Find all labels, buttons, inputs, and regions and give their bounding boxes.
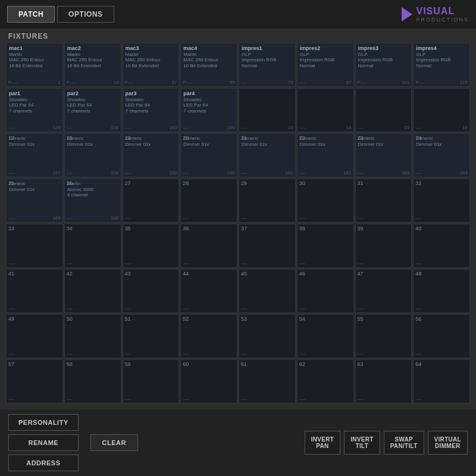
fixture-cell[interactable]: par4ShowtecLED Par 647 channels----150 [180, 88, 237, 132]
fixture-cell[interactable]: 29---- [239, 178, 296, 223]
fixture-status: ---- [125, 215, 131, 221]
fixture-cell[interactable]: GenericDimmer 01x19----159 [123, 133, 180, 177]
fixture-status: ---- [358, 170, 364, 176]
fixture-cell[interactable]: impres3GLPImpression RGBNormalP----101 [355, 43, 412, 87]
fixture-cell[interactable]: mac2MartinMAC 250 Entour16 Bit ExtendedP… [64, 43, 121, 87]
fixture-cell[interactable]: par3ShowtecLED Par 647 channels----143 [123, 88, 180, 132]
fixture-status: ---- [299, 261, 306, 266]
fixture-cell[interactable]: 42---- [64, 269, 121, 313]
swap-pan-tilt-button[interactable]: SWAP PAN/TILT [384, 431, 424, 455]
fixture-cell[interactable]: 33---- [6, 224, 63, 268]
fixture-cell[interactable]: mac3MartinMAC 250 Entour16 Bit ExtendedP… [123, 43, 180, 87]
fixture-cell[interactable]: 43---- [123, 269, 180, 313]
fixture-cell[interactable]: 37---- [239, 224, 296, 268]
header: PATCH OPTIONS VISUAL PRODUCTIONS [0, 0, 476, 29]
fixture-cell[interactable]: 34---- [64, 224, 121, 268]
fixture-cell[interactable]: impres1GLPImpression RGBNormal----73 [239, 43, 296, 87]
fixture-cell[interactable]: 48---- [413, 269, 470, 313]
fixture-cell[interactable]: 30---- [297, 178, 354, 223]
fixture-cell[interactable]: GenericDimmer 01x21----161 [239, 133, 296, 177]
fixture-cell[interactable]: GenericDimmer 01x20----160 [180, 133, 237, 177]
fixture-number: 136 [111, 125, 118, 130]
fixture-status: ---- [8, 215, 15, 221]
fixture-cell[interactable]: 32---- [413, 178, 470, 223]
fixture-cell[interactable]: GenericDimmer 01x24----164 [413, 133, 470, 177]
fixtures-grid-container: mac1MartinMAC 250 Entour16 Bit ExtendedP… [0, 43, 476, 409]
fixture-cell[interactable]: 40---- [413, 224, 470, 268]
fixture-cell[interactable]: 47---- [355, 269, 412, 313]
fixture-cell[interactable]: 49---- [6, 314, 63, 358]
fixture-cell[interactable]: impres2GLPImpression RGBNormal----87 [297, 43, 354, 87]
fixture-cell[interactable]: 28---- [180, 178, 237, 223]
fixture-number: 55 [230, 80, 235, 85]
fixture-status: ---- [415, 261, 422, 266]
fixture-cell[interactable]: 27---- [123, 178, 180, 223]
fixture-cell[interactable]: GenericDimmer 01x25----165 [6, 178, 63, 223]
fixture-cell[interactable]: par1ShowtecLED Par 647 channels----129 [6, 88, 63, 132]
fixture-status: ---- [415, 125, 422, 130]
fixture-cell[interactable]: 64---- [413, 359, 470, 403]
fixture-cell[interactable]: 58---- [64, 359, 121, 403]
fixture-cell[interactable]: 59---- [123, 359, 180, 403]
fixture-cell[interactable]: 60---- [180, 359, 237, 403]
fixture-cell[interactable]: ----15 [355, 88, 412, 132]
fixture-cell[interactable]: mac4MartinMAC 250 Entour16 Bit ExtendedP… [180, 43, 237, 87]
fixture-status: ---- [415, 396, 422, 402]
fixture-cell[interactable]: GenericDimmer 01x17----157 [6, 133, 63, 177]
fixture-cell[interactable]: 52---- [180, 314, 237, 358]
fixture-cell[interactable]: 56---- [413, 314, 470, 358]
fixture-status: ---- [299, 170, 306, 176]
fixture-cell[interactable]: 62---- [297, 359, 354, 403]
fixture-cell[interactable]: 46---- [297, 269, 354, 313]
fixture-status: ---- [358, 261, 364, 266]
fixture-status: ---- [299, 306, 306, 311]
fixture-cell[interactable]: 54---- [297, 314, 354, 358]
fixture-cell[interactable]: GenericDimmer 01x23----163 [355, 133, 412, 177]
fixture-cell[interactable]: 53---- [239, 314, 296, 358]
fixture-cell[interactable]: MartinAtomic 30003 channel26----186 [64, 178, 121, 223]
clear-button[interactable]: CLEAR [90, 434, 138, 451]
fixture-cell[interactable]: 55---- [355, 314, 412, 358]
fixture-cell[interactable]: 50---- [64, 314, 121, 358]
fixture-status: ---- [415, 351, 422, 356]
tab-options[interactable]: OPTIONS [57, 6, 114, 23]
fixture-cell[interactable]: ----14 [297, 88, 354, 132]
tab-patch[interactable]: PATCH [7, 6, 55, 23]
fixture-status: ---- [125, 170, 131, 176]
address-button[interactable]: ADDRESS [8, 455, 79, 471]
invert-tilt-button[interactable]: INVERT TILT [344, 431, 380, 455]
fixture-cell[interactable]: 63---- [355, 359, 412, 403]
fixture-status: ---- [8, 351, 15, 356]
fixture-cell[interactable]: 36---- [180, 224, 237, 268]
invert-pan-button[interactable]: INVERT PAN [305, 431, 340, 455]
fixture-cell[interactable]: 39---- [355, 224, 412, 268]
fixture-cell[interactable]: ----13 [239, 88, 296, 132]
fixture-status: ---- [299, 396, 306, 402]
fixture-cell[interactable]: 38---- [297, 224, 354, 268]
footer-middle: CLEAR [90, 434, 138, 451]
fixture-cell[interactable]: par2ShowtecLED Par 647 channels----136 [64, 88, 121, 132]
fixture-cell[interactable]: 31---- [355, 178, 412, 223]
app-container: PATCH OPTIONS VISUAL PRODUCTIONS FIXTURE… [0, 0, 476, 476]
fixture-cell[interactable]: impres4GLPImpression RGBNormalP----115 [413, 43, 470, 87]
fixture-cell[interactable]: 45---- [239, 269, 296, 313]
fixture-status: ---- [183, 170, 189, 176]
fixture-cell[interactable]: 51---- [123, 314, 180, 358]
fixture-cell[interactable]: 57---- [6, 359, 63, 403]
fixture-cell[interactable]: GenericDimmer 01x22----162 [297, 133, 354, 177]
fixture-cell[interactable]: 35---- [123, 224, 180, 268]
fixture-cell[interactable]: mac1MartinMAC 250 Entour16 Bit ExtendedP… [6, 43, 63, 87]
fixture-cell[interactable]: 44---- [180, 269, 237, 313]
virtual-dimmer-button[interactable]: VIRTUAL DIMMER [428, 431, 468, 455]
fixture-cell[interactable]: ----16 [413, 88, 470, 132]
fixture-status: ---- [67, 215, 73, 221]
rename-button[interactable]: RENAME [8, 434, 79, 451]
fixture-cell[interactable]: 61---- [239, 359, 296, 403]
personality-button[interactable]: PERSONALITY [8, 414, 79, 431]
fixture-status: P---- [67, 80, 76, 85]
fixture-cell[interactable]: 41---- [6, 269, 63, 313]
fixture-status: ---- [241, 80, 248, 85]
fixture-cell[interactable]: GenericDimmer 01x18----158 [64, 133, 121, 177]
fixture-number: 161 [285, 170, 293, 176]
fixture-status: ---- [67, 396, 73, 402]
